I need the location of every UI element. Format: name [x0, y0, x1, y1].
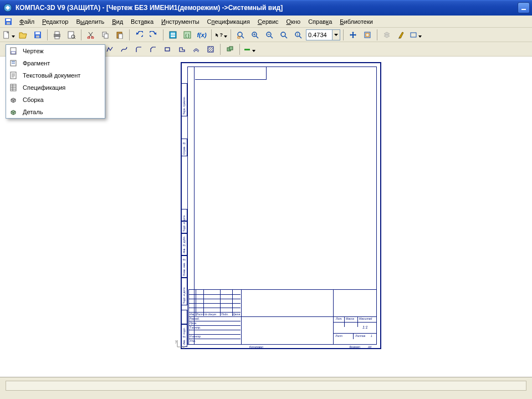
zoom-in-button[interactable]: [248, 29, 262, 41]
top-aux-frame: [195, 67, 267, 80]
svg-rect-64: [11, 72, 16, 79]
new-textdoc-item[interactable]: Текстовый документ: [6, 69, 105, 81]
svg-line-54: [209, 48, 213, 52]
bezier-tool[interactable]: [117, 43, 131, 55]
minimize-button[interactable]: [518, 2, 530, 13]
print-button[interactable]: [50, 29, 64, 41]
fillet-tool[interactable]: [132, 43, 145, 55]
pan-button[interactable]: [346, 29, 360, 41]
new-spec-item[interactable]: Спецификация: [6, 81, 105, 94]
help-cursor-button[interactable]: ?: [214, 29, 228, 41]
new-assembly-item[interactable]: Сборка: [6, 94, 105, 106]
separator: [343, 29, 344, 40]
menu-tools[interactable]: Инструменты: [157, 17, 203, 27]
svg-line-55: [211, 50, 213, 52]
new-drawing-item[interactable]: Чертеж: [6, 45, 105, 57]
separator: [220, 44, 221, 55]
assembly-insert-button[interactable]: [223, 43, 237, 55]
chamfer-tool[interactable]: [146, 43, 160, 55]
svg-rect-58: [244, 49, 250, 50]
new-button[interactable]: [2, 29, 16, 41]
redraw-button[interactable]: [395, 29, 408, 41]
separator: [377, 29, 377, 40]
menu-select[interactable]: Выделить: [72, 17, 108, 27]
fragment-icon: [8, 58, 18, 68]
menu-spec[interactable]: Спецификация: [203, 17, 254, 27]
menu-help[interactable]: Справка: [304, 17, 336, 27]
zoom-window-button[interactable]: [234, 29, 247, 41]
menu-window[interactable]: Окно: [283, 17, 305, 27]
fx-button[interactable]: f(x): [195, 29, 208, 41]
zoom-prev-button[interactable]: [361, 29, 374, 41]
svg-text:1: 1: [297, 33, 299, 36]
layers-button[interactable]: [380, 29, 393, 41]
svg-rect-1: [521, 9, 526, 10]
separator: [81, 29, 81, 40]
print-preview-button[interactable]: [65, 29, 78, 41]
menu-libs[interactable]: Библиотеки: [336, 17, 377, 27]
separator: [129, 29, 130, 40]
rect-tool[interactable]: [161, 43, 174, 55]
svg-rect-22: [171, 33, 175, 34]
open-button[interactable]: [17, 29, 30, 41]
new-dropdown-arrow[interactable]: [12, 30, 15, 40]
tb-kopiroval: Копировал: [249, 345, 263, 349]
zoom-out-button[interactable]: [263, 29, 276, 41]
tb-lit: Лит.: [336, 317, 342, 320]
svg-line-14: [74, 38, 75, 39]
separator: [239, 44, 240, 55]
svg-rect-57: [229, 47, 233, 50]
equidistant-tool[interactable]: [190, 43, 203, 55]
svg-line-31: [256, 36, 258, 38]
save-icon[interactable]: [3, 18, 13, 25]
menu-editor[interactable]: Редактор: [38, 17, 72, 27]
menu-file[interactable]: Файл: [16, 17, 38, 27]
part-icon: [8, 107, 18, 117]
svg-rect-23: [171, 34, 175, 35]
svg-rect-59: [11, 48, 16, 54]
menu-label: Фрагмент: [23, 60, 50, 66]
zoom-fit-button[interactable]: [277, 29, 290, 41]
copy-button[interactable]: [99, 29, 112, 41]
hatch-tool[interactable]: [204, 43, 217, 55]
new-part-item[interactable]: Деталь: [6, 106, 105, 118]
menu-view[interactable]: Вид: [108, 17, 127, 27]
redo-button[interactable]: [147, 29, 160, 41]
tb-tkontr: Т.контр.: [190, 326, 201, 329]
window-title: КОМПАС-3D V9 (ЗАЩИТА) - [Чертеж БЕЗ ИМЕН…: [16, 4, 283, 12]
separator: [231, 29, 231, 40]
new-fragment-item[interactable]: Фрагмент: [6, 57, 105, 69]
collect-contour-tool[interactable]: [175, 43, 188, 55]
origin-marker: yx: [175, 338, 186, 350]
app-icon: [3, 3, 12, 12]
variables-button[interactable]: { }: [181, 29, 194, 41]
label-podp-data-2: Подп. и дата: [182, 288, 186, 304]
zoom-value: 0.4734: [306, 32, 332, 38]
tb-massa: Масса: [346, 317, 354, 320]
svg-line-28: [242, 36, 244, 38]
label-podp-data-1: Подп. и дата: [182, 216, 186, 232]
tb-list2: Лист: [335, 334, 342, 337]
tb-razrab: Разраб.: [190, 317, 200, 320]
paste-button[interactable]: [113, 29, 126, 41]
rectangle-button[interactable]: [409, 29, 422, 41]
menu-service[interactable]: Сервис: [254, 17, 283, 27]
undo-button[interactable]: [132, 29, 146, 41]
svg-line-35: [270, 36, 273, 38]
svg-rect-20: [119, 34, 122, 39]
menu-label: Сборка: [23, 96, 44, 103]
cut-button[interactable]: [84, 29, 98, 41]
menu-label: Текстовый документ: [23, 72, 80, 79]
menu-insert[interactable]: Вставка: [127, 17, 157, 27]
menu-label: Чертеж: [23, 48, 44, 54]
tb-format: Формат: [349, 345, 360, 349]
zoom-combo[interactable]: 0.4734: [306, 29, 340, 40]
svg-rect-4: [7, 22, 10, 24]
status-field: [6, 381, 526, 391]
save-button[interactable]: [31, 29, 44, 41]
zoom-combo-arrow[interactable]: [332, 30, 340, 40]
zoom-scale-button[interactable]: 1: [291, 29, 305, 41]
title-block: Изм. Лист № докум. Подп. Дата Разраб. Пр…: [188, 289, 377, 345]
style-button[interactable]: [243, 43, 256, 55]
doc-manager-button[interactable]: [166, 29, 180, 41]
